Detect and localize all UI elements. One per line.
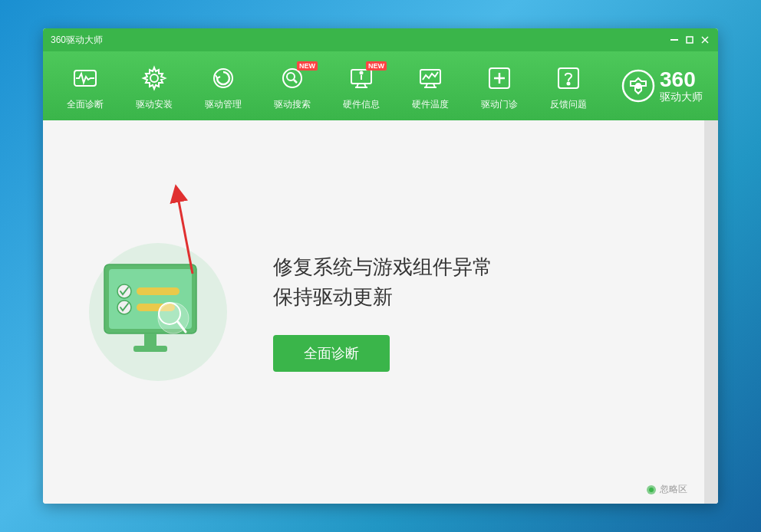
toolbar-item-diagnose[interactable]: 全面诊断 <box>51 55 120 117</box>
toolbar-item-feedback[interactable]: 反馈问题 <box>534 55 603 117</box>
logo-subtitle: 驱动大师 <box>660 90 703 103</box>
titlebar: 360驱动大师 <box>43 28 718 51</box>
toolbar-item-install[interactable]: 驱动安装 <box>120 55 189 117</box>
svg-rect-32 <box>137 287 180 295</box>
headline-line1: 修复系统与游戏组件异常 <box>273 252 674 282</box>
main-headline: 修复系统与游戏组件异常 保持驱动更新 <box>273 252 674 312</box>
question-box-icon <box>552 61 585 95</box>
svg-point-26 <box>635 83 641 89</box>
svg-point-8 <box>287 73 295 80</box>
restore-button[interactable] <box>684 34 695 45</box>
pulse-icon <box>68 61 102 95</box>
window-controls <box>669 34 710 45</box>
svg-rect-0 <box>670 39 678 41</box>
main-area: 修复系统与游戏组件异常 保持驱动更新 全面诊断 <box>43 120 704 504</box>
close-button[interactable] <box>700 34 710 45</box>
refresh-circle-icon <box>206 61 240 95</box>
text-area: 修复系统与游戏组件异常 保持驱动更新 全面诊断 <box>273 252 674 372</box>
toolbar-item-search[interactable]: 驱动搜索 NEW <box>258 55 327 117</box>
svg-point-7 <box>283 69 301 87</box>
content-area: 修复系统与游戏组件异常 保持驱动更新 全面诊断 忽略区 <box>43 120 718 504</box>
svg-point-36 <box>159 303 180 324</box>
toolbar-item-manage-label: 驱动管理 <box>205 98 242 111</box>
hardware-badge: NEW <box>366 61 387 71</box>
toolbar-item-install-label: 驱动安装 <box>136 98 173 111</box>
svg-point-24 <box>568 82 570 84</box>
gear-icon <box>137 61 171 95</box>
toolbar-item-manage[interactable]: 驱动管理 <box>189 55 258 117</box>
headline-line2: 保持驱动更新 <box>273 282 674 312</box>
diagnose-button[interactable]: 全面诊断 <box>273 335 390 372</box>
illustration <box>74 235 242 389</box>
toolbar-item-portal-label: 驱动门诊 <box>481 98 518 111</box>
search-badge: NEW <box>297 61 318 71</box>
toolbar-item-hardware-label: 硬件信息 <box>343 98 380 111</box>
toolbar-items: 全面诊断 驱动安装 <box>51 55 621 117</box>
minimize-button[interactable] <box>669 34 680 45</box>
ignore-zone-label[interactable]: 忽略区 <box>660 483 687 496</box>
plus-box-icon <box>483 61 516 95</box>
logo-number: 360 <box>660 69 703 90</box>
toolbar-item-diagnose-label: 全面诊断 <box>67 98 104 111</box>
svg-line-9 <box>294 80 297 83</box>
bottom-bar: 忽略区 <box>646 483 687 496</box>
logo-text: 360 驱动大师 <box>660 69 703 103</box>
toolbar-item-portal[interactable]: 驱动门诊 <box>465 55 534 117</box>
svg-point-15 <box>361 71 363 74</box>
thermometer-icon <box>413 61 447 95</box>
logo-area: 360 驱动大师 <box>621 69 710 103</box>
app-title: 360驱动大师 <box>51 34 669 47</box>
app-window: 360驱动大师 <box>43 28 718 504</box>
toolbar-item-temperature-label: 硬件温度 <box>412 98 449 111</box>
svg-rect-29 <box>144 333 156 347</box>
monitor-illustration <box>89 249 227 375</box>
svg-rect-30 <box>133 346 167 352</box>
logo-360-icon <box>621 69 655 103</box>
right-sidebar <box>704 120 718 504</box>
svg-point-40 <box>649 488 654 492</box>
toolbar-item-search-label: 驱动搜索 <box>274 98 311 111</box>
toolbar-item-feedback-label: 反馈问题 <box>550 98 587 111</box>
toolbar-item-hardware[interactable]: 硬件信息 NEW <box>327 55 396 117</box>
svg-rect-1 <box>687 37 693 43</box>
toolbar: 全面诊断 驱动安装 <box>43 51 718 120</box>
svg-point-5 <box>150 74 158 82</box>
toolbar-item-temperature[interactable]: 硬件温度 <box>396 55 465 117</box>
